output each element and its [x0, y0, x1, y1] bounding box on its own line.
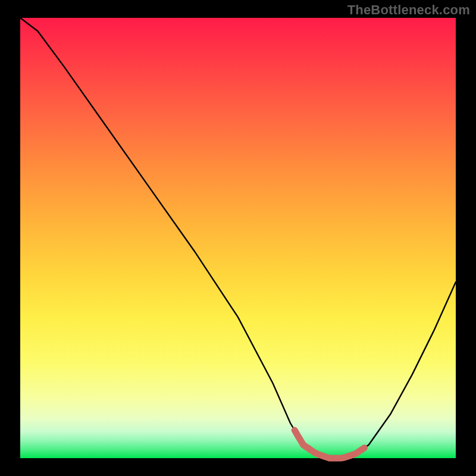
- bottleneck-curve: [20, 18, 456, 458]
- chart-frame: TheBottleneck.com: [0, 0, 476, 476]
- watermark-text: TheBottleneck.com: [347, 2, 470, 18]
- curve-layer: [20, 18, 456, 458]
- flat-zone-highlight: [295, 430, 364, 458]
- plot-area: [20, 18, 456, 458]
